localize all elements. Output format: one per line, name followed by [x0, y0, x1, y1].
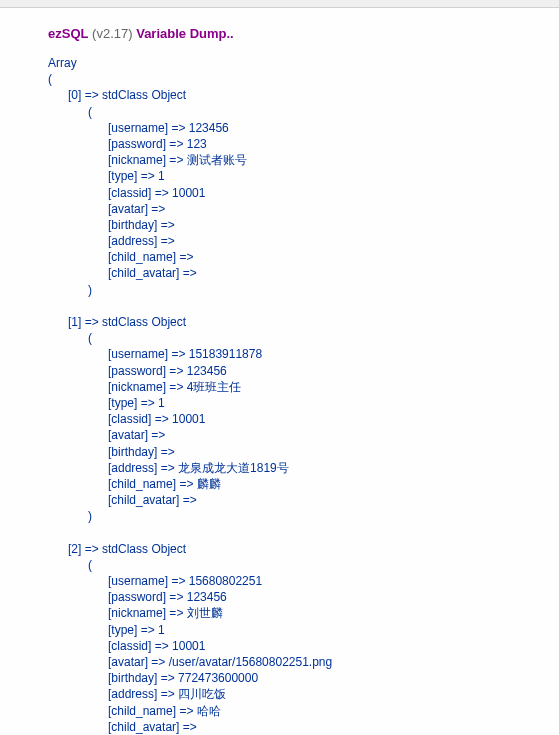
- dump-body: Array ( [0] => stdClass Object ( [userna…: [48, 55, 549, 735]
- top-bar: [0, 0, 559, 8]
- brand-label: ezSQL: [48, 26, 88, 41]
- version-label: (v2.17): [92, 26, 132, 41]
- debug-dump: ezSQL (v2.17) Variable Dump.. Array ( [0…: [0, 8, 559, 735]
- dump-title: Variable Dump..: [136, 26, 234, 41]
- dump-header: ezSQL (v2.17) Variable Dump..: [48, 26, 549, 41]
